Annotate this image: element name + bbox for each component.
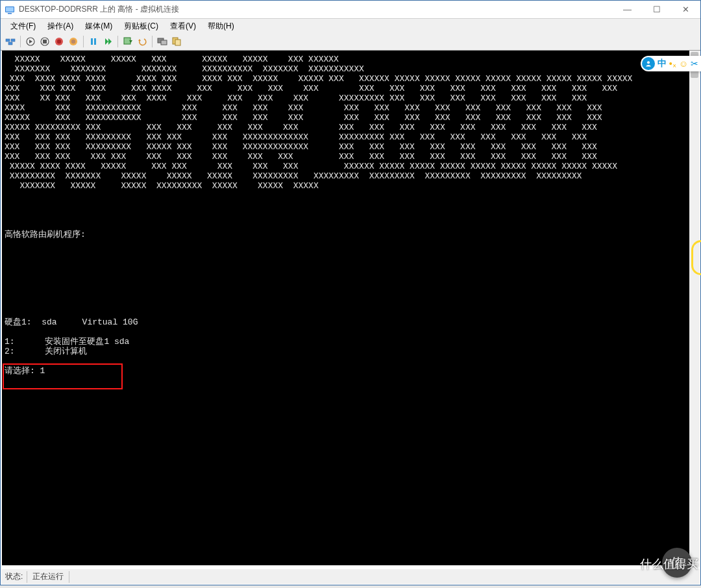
maximize-button[interactable]: ☐ [642,1,671,18]
toolbar [1,33,700,51]
ime-language-indicator[interactable]: 中 [658,58,667,69]
svg-rect-24 [175,40,180,45]
ime-emoji-icon[interactable]: ☺ [679,58,688,69]
toolbar-separator [152,36,153,47]
close-button[interactable]: ✕ [671,1,700,18]
vm-display-area: XXXXX XXXXX XXXXX XXX XXXXX XXXXX XXX XX… [1,51,700,567]
toolbar-separator [117,36,118,47]
menu-file[interactable]: 文件(F) [5,19,42,33]
app-icon [5,5,15,15]
disk-info-line: 硬盘1: sda Virtual 10G [5,317,138,327]
menu-action[interactable]: 操作(A) [42,19,79,33]
option-2: 2: 关闭计算机 [5,347,87,356]
vertical-scrollbar[interactable] [689,51,700,567]
minimize-button[interactable]: — [613,1,642,18]
ctrl-alt-del-button[interactable] [5,36,16,47]
titlebar[interactable]: DESKTOP-DODRSRR 上的 高恪 - 虚拟机连接 — ☐ ✕ [1,1,700,19]
ime-floating-toolbar[interactable]: 中 •ₓ ☺ ✂ [641,56,701,71]
svg-point-26 [647,61,650,64]
share-button[interactable] [171,36,182,47]
pause-button[interactable] [88,36,99,47]
window-controls: — ☐ ✕ [613,1,700,18]
vm-connection-window: DESKTOP-DODRSRR 上的 高恪 - 虚拟机连接 — ☐ ✕ 文件(F… [0,0,701,585]
svg-marker-16 [105,38,108,45]
save-button[interactable] [68,36,79,47]
ime-punct-icon[interactable]: •ₓ [669,58,676,69]
revert-button[interactable] [136,36,148,47]
checkpoint-button[interactable] [122,36,134,47]
toolbar-separator [20,36,21,47]
svg-rect-2 [8,13,12,14]
svg-point-13 [71,40,75,43]
menu-help[interactable]: 帮助(H) [202,19,240,33]
svg-rect-15 [94,38,96,45]
program-label: 高恪软路由刷机程序: [5,230,86,239]
side-handle-icon[interactable] [691,240,701,275]
svg-rect-9 [43,40,47,43]
ime-logo-icon[interactable] [642,57,655,70]
menubar: 文件(F) 操作(A) 媒体(M) 剪贴板(C) 查看(V) 帮助(H) [1,19,700,33]
toolbar-separator [83,36,84,47]
svg-rect-1 [6,7,14,12]
svg-rect-22 [161,40,167,45]
turn-off-button[interactable] [39,36,51,47]
svg-rect-4 [11,39,15,42]
start-button[interactable] [25,36,36,47]
watermark-text: 什么值得买 [640,556,698,572]
ime-scissors-icon[interactable]: ✂ [691,58,698,69]
shut-down-button[interactable] [53,36,65,47]
ascii-banner: XXXXX XXXXX XXXXX XXX XXXXX XXXXX XXX XX… [5,55,632,191]
statusbar: 状态: 正在运行 [1,569,700,584]
svg-rect-18 [124,38,130,44]
svg-point-11 [57,40,61,43]
svg-rect-3 [6,39,10,42]
reset-button[interactable] [102,36,114,47]
svg-rect-5 [8,42,12,45]
svg-marker-17 [108,38,112,45]
window-title: DESKTOP-DODRSRR 上的 高恪 - 虚拟机连接 [19,4,613,15]
enhanced-session-button[interactable] [156,36,168,47]
menu-clipboard[interactable]: 剪贴板(C) [118,19,164,33]
menu-media[interactable]: 媒体(M) [79,19,118,33]
menu-view[interactable]: 查看(V) [164,19,202,33]
guest-console[interactable]: XXXXX XXXXX XXXXX XXX XXXXX XXXXX XXX XX… [2,51,690,565]
svg-marker-20 [138,39,141,41]
svg-marker-7 [29,40,32,43]
svg-rect-14 [91,38,93,45]
input-prompt: 请选择: 1 [5,366,45,376]
option-1: 1: 安装固件至硬盘1 sda [5,337,129,347]
status-label: 状态: [1,571,27,582]
status-value: 正在运行 [27,571,69,583]
